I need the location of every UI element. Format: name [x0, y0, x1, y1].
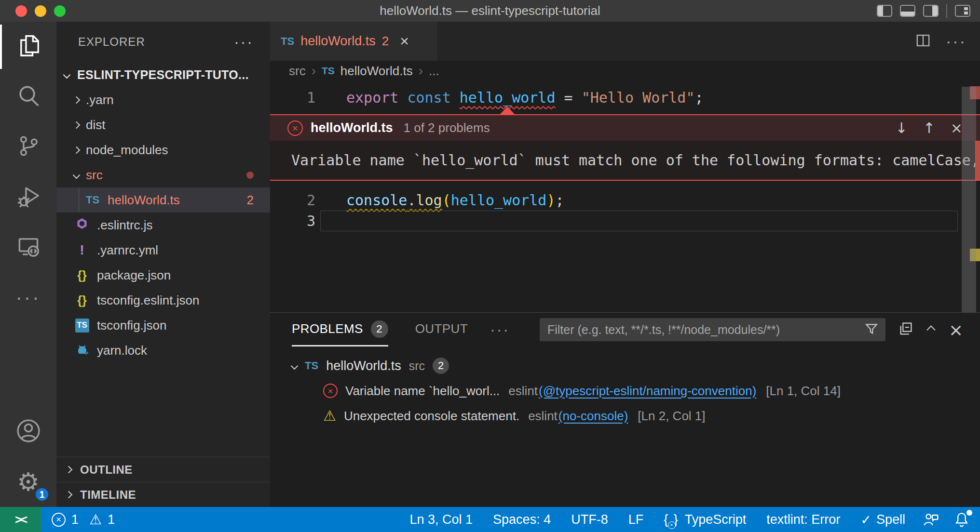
search-activity-button[interactable] — [0, 72, 56, 122]
file-name: tsconfig.eslint.json — [97, 293, 199, 308]
tree-item-yarn-lock[interactable]: yarn.lock — [56, 338, 270, 363]
tree-item--yarn[interactable]: .yarn — [56, 87, 270, 112]
problems-summary[interactable]: × 1 ⚠ 1 — [52, 512, 115, 527]
line-number: 3 — [270, 213, 315, 229]
file-name: dist — [86, 118, 105, 133]
line-number: 1 — [270, 89, 315, 106]
more-views-button[interactable]: ··· — [0, 272, 56, 322]
toggle-panel-icon[interactable] — [900, 5, 915, 17]
code-line-2[interactable]: 2console.log(hello_world); — [270, 190, 960, 211]
status-item-typescript[interactable]: { }×TypeScript — [653, 507, 756, 532]
customize-layout-icon[interactable] — [955, 5, 970, 17]
status-item-textlint-error[interactable]: textlint: Error — [756, 507, 850, 532]
ts-file-icon: TS — [281, 35, 294, 48]
tab-output[interactable]: OUTPUT — [415, 313, 468, 346]
problem-row-error[interactable]: × Variable name `hello_worl... eslint (@… — [270, 378, 980, 403]
tree-item-tsconfig-eslint-json[interactable]: {}tsconfig.eslint.json — [56, 288, 270, 313]
yarn-cat-icon — [75, 342, 89, 359]
close-tab-icon[interactable]: × — [400, 32, 409, 50]
panel-more-tabs-icon[interactable]: ··· — [490, 321, 510, 339]
tab-helloworld[interactable]: TS helloWorld.ts 2 × — [270, 22, 437, 61]
status-item-label: TypeScript — [685, 512, 747, 527]
tree-item-src[interactable]: src — [56, 162, 270, 187]
status-item-lf[interactable]: LF — [618, 507, 654, 532]
explorer-activity-button[interactable] — [0, 22, 56, 72]
account-icon — [15, 418, 41, 446]
maximize-panel-icon[interactable] — [926, 325, 935, 334]
toggle-sidebar-icon[interactable] — [877, 5, 892, 17]
problems-file-dir: src — [409, 359, 425, 373]
tsconfig-file-icon: TS — [75, 319, 89, 332]
breadcrumb-item[interactable]: helloWorld.ts — [340, 64, 413, 79]
filter-funnel-icon — [864, 321, 879, 338]
problem-row-warning[interactable]: ⚠ Unexpected console statement. eslint (… — [270, 403, 980, 428]
close-window-button[interactable] — [15, 5, 27, 17]
warning-icon: ⚠ — [323, 409, 336, 423]
close-panel-icon[interactable]: × — [949, 320, 963, 340]
scrollbar-thumb[interactable] — [962, 87, 976, 312]
remote-explorer-activity-button[interactable] — [0, 222, 56, 272]
ts-file-icon: TS — [322, 65, 335, 77]
remote-indicator[interactable]: >< — [0, 507, 41, 532]
warning-icon: ⚠ — [89, 513, 102, 527]
code-token: export — [346, 89, 407, 106]
problem-rule-link[interactable]: (no-console) — [558, 409, 628, 424]
code-line-3[interactable]: 3 — [270, 211, 960, 231]
file-name: node_modules — [86, 143, 168, 158]
code-token: console — [346, 192, 407, 209]
json-braces-icon: {} — [77, 293, 86, 307]
run-debug-activity-button[interactable] — [0, 172, 56, 222]
warning-count: 1 — [108, 512, 115, 527]
status-item-ln-3-col-1[interactable]: Ln 3, Col 1 — [399, 507, 483, 532]
editor-more-actions-icon[interactable]: ··· — [946, 32, 966, 51]
status-item-utf-8[interactable]: UTF-8 — [561, 507, 618, 532]
explorer-sidebar: EXPLORER ··· ESLINT-TYPESCRIPT-TUTO... .… — [56, 22, 270, 507]
code-line-1[interactable]: 1export const hello_world = "Hello World… — [270, 87, 960, 108]
feedback-icon[interactable] — [915, 507, 946, 532]
notifications-bell-icon[interactable] — [946, 507, 977, 532]
problems-file-row[interactable]: TS helloWorld.ts src 2 — [270, 353, 980, 378]
workspace-section-header[interactable]: ESLINT-TYPESCRIPT-TUTO... — [56, 62, 270, 87]
toggle-secondary-sidebar-icon[interactable] — [923, 5, 939, 17]
tree-item-tsconfig-json[interactable]: TStsconfig.json — [56, 313, 270, 338]
editor-scrollbar[interactable] — [960, 81, 980, 312]
problem-count-badge: 2 — [247, 193, 254, 208]
accounts-button[interactable] — [0, 407, 56, 457]
status-item-label: Ln 3, Col 1 — [409, 512, 473, 527]
tree-item--yarnrc-yml[interactable]: !.yarnrc.yml — [56, 238, 270, 263]
problem-rule-link[interactable]: (@typescript-eslint/naming-convention) — [539, 384, 756, 399]
code-editor[interactable]: 1export const hello_world = "Hello World… — [270, 81, 980, 312]
minimize-window-button[interactable] — [35, 5, 46, 17]
tree-item-dist[interactable]: dist — [56, 112, 270, 137]
tree-item--eslintrc-js[interactable]: .eslintrc.js — [56, 213, 270, 238]
tab-problems[interactable]: PROBLEMS 2 — [292, 313, 388, 346]
zoom-window-button[interactable] — [54, 5, 66, 17]
source-control-activity-button[interactable] — [0, 122, 56, 172]
problem-location: [Ln 1, Col 14] — [766, 384, 841, 399]
status-item-spaces-4[interactable]: Spaces: 4 — [483, 507, 561, 532]
outline-section-header[interactable]: OUTLINE — [56, 457, 270, 482]
split-editor-icon[interactable] — [915, 32, 931, 51]
search-icon — [15, 83, 41, 111]
breadcrumb-item[interactable]: src — [289, 64, 306, 79]
filter-input[interactable] — [547, 323, 864, 337]
timeline-section-header[interactable]: TIMELINE — [56, 482, 270, 507]
tree-item-helloworld-ts[interactable]: TShelloWorld.ts2 — [56, 187, 270, 213]
peek-header: × helloWorld.ts 1 of 2 problems ↓ ↑ × — [270, 115, 980, 141]
breadcrumb-item[interactable]: ... — [429, 64, 439, 79]
peek-message[interactable]: Variable name `hello_world` must match o… — [291, 152, 980, 169]
collapse-all-icon[interactable] — [898, 321, 913, 338]
chevron-right-icon — [73, 96, 81, 104]
eslint-hexagon-icon — [75, 217, 89, 234]
next-problem-icon[interactable]: ↓ — [896, 120, 908, 136]
tree-item-node-modules[interactable]: node_modules — [56, 137, 270, 162]
file-name: tsconfig.json — [97, 318, 167, 333]
tree-item-package-json[interactable]: {}package.json — [56, 263, 270, 288]
previous-problem-icon[interactable]: ↑ — [923, 120, 935, 136]
status-item-spell[interactable]: ✓Spell — [850, 507, 915, 532]
tab-problem-count: 2 — [382, 34, 389, 49]
settings-button[interactable]: ⚙ 1 — [0, 457, 56, 507]
typescript-braces-icon: { }× — [664, 512, 680, 527]
problems-filter[interactable] — [540, 318, 885, 341]
breadcrumb[interactable]: src›TShelloWorld.ts›... — [270, 61, 980, 81]
